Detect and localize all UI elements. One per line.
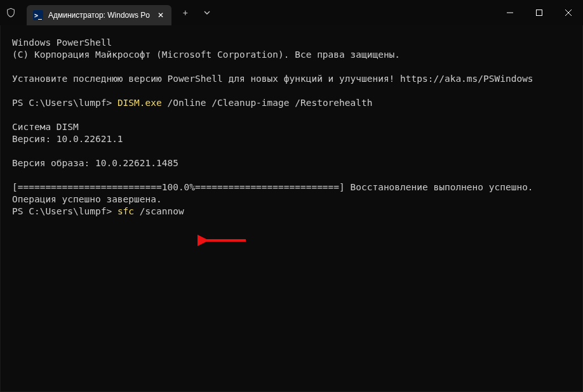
window-controls [495,0,583,25]
terminal-window: >_ Администратор: Windows Po ✕ + [0,0,583,392]
output-line: Установите последнюю версию PowerShell д… [12,74,533,84]
new-tab-button[interactable]: + [175,3,196,22]
titlebar[interactable]: >_ Администратор: Windows Po ✕ + [0,0,583,25]
minimize-button[interactable] [495,0,525,25]
terminal-body[interactable]: Windows PowerShell (С) Корпорация Майкро… [0,25,583,392]
maximize-button[interactable] [525,0,554,25]
tab-actions: + [171,0,217,25]
close-window-button[interactable] [554,0,583,25]
tab-strip: >_ Администратор: Windows Po ✕ [22,0,171,25]
output-line: (С) Корпорация Майкрософт (Microsoft Cor… [12,49,400,60]
output-line: Версия образа: 10.0.22621.1485 [12,158,178,168]
prompt: PS C:\Users\lumpf> [12,98,117,108]
maximize-icon [536,10,542,16]
output-line: [==========================100.0%=======… [12,182,533,192]
shield-icon-button[interactable] [0,0,22,25]
svg-rect-1 [537,10,542,16]
command-args: /scannow [134,206,184,216]
shield-icon [6,8,16,18]
command-args: /Online /Cleanup-image /Restorehealth [162,98,373,108]
output-line: Windows PowerShell [12,37,112,48]
minimize-icon [507,10,513,16]
tab-title: Администратор: Windows Po [48,11,150,20]
command: sfc [117,206,134,216]
prompt: PS C:\Users\lumpf> [12,206,117,216]
tab-close-button[interactable]: ✕ [155,10,166,21]
tab-powershell[interactable]: >_ Администратор: Windows Po ✕ [27,5,171,25]
command: DISM.exe [117,98,162,108]
output-line: Операция успешно завершена. [12,194,162,204]
close-icon [565,10,572,16]
chevron-down-icon [204,10,210,16]
output-line: Cистема DISM [12,122,79,132]
annotation-arrow-icon [198,235,247,246]
output-line: Версия: 10.0.22621.1 [12,134,123,144]
titlebar-drag-area[interactable] [217,0,495,25]
tab-dropdown-button[interactable] [197,3,217,22]
powershell-icon: >_ [33,10,43,20]
